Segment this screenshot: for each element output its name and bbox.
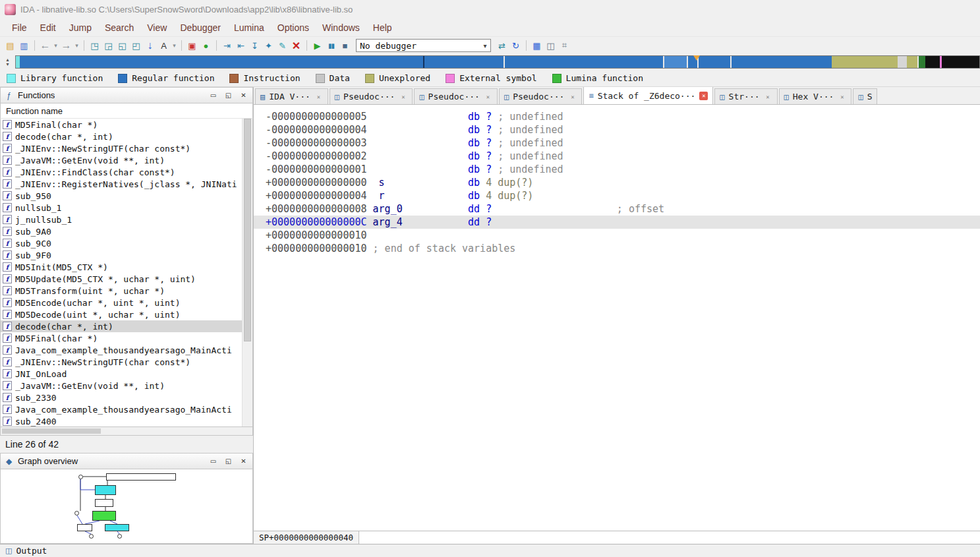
- function-list-item[interactable]: f MD5Update(MD5_CTX *, uchar *, uint): [1, 273, 242, 285]
- stack-line[interactable]: +0000000000000010 ; end of stack variabl…: [254, 242, 980, 255]
- tab[interactable]: ◫ Pseudoc··· ✕: [330, 88, 413, 104]
- stack-line[interactable]: -0000000000000002 db ? ; undefined: [254, 150, 980, 163]
- function-list-item[interactable]: f nullsub_1: [1, 202, 242, 214]
- toolbar-button[interactable]: ▤: [4, 39, 16, 52]
- toolbar-button[interactable]: A: [158, 39, 170, 52]
- toolbar-button[interactable]: ▾: [74, 39, 80, 52]
- toolbar-button[interactable]: ✕: [290, 39, 303, 52]
- navband-segment[interactable]: [20, 56, 423, 68]
- function-list-item[interactable]: f MD5Final(char *): [1, 332, 242, 344]
- toolbar-button[interactable]: ✦: [262, 39, 275, 52]
- function-list-item[interactable]: f sub_9F0: [1, 249, 242, 261]
- navband-scroll-arrows[interactable]: ▴ ▾: [0, 57, 15, 67]
- graph-overview-titlebar[interactable]: ◆ Graph overview ▭ ◱ ✕: [0, 453, 253, 469]
- toolbar-button[interactable]: ▮▮: [325, 39, 337, 52]
- menu-item[interactable]: Windows: [316, 20, 366, 36]
- navband-segment[interactable]: [919, 56, 925, 68]
- navigation-band[interactable]: [15, 55, 980, 69]
- function-list-item[interactable]: f _JavaVM::GetEnv(void **, int): [1, 154, 242, 166]
- function-list-item[interactable]: f j_nullsub_1: [1, 214, 242, 225]
- toolbar-button[interactable]: ▾: [171, 39, 177, 52]
- toolbar-button[interactable]: ↧: [248, 39, 261, 52]
- navband-segment[interactable]: [925, 56, 940, 68]
- stack-line[interactable]: +000000000000000C arg_4 dd ?: [254, 216, 980, 229]
- close-icon[interactable]: ✕: [484, 92, 492, 101]
- toolbar-button[interactable]: ▣: [186, 39, 198, 52]
- navband-segment[interactable]: [505, 56, 663, 68]
- function-list-item[interactable]: f MD5Init(MD5_CTX *): [1, 261, 242, 273]
- function-list-item[interactable]: f _JNIEnv::RegisterNatives(_jclass *, JN…: [1, 178, 242, 190]
- function-list-item[interactable]: f _JNIEnv::NewStringUTF(char const*): [1, 142, 242, 154]
- menu-item[interactable]: Edit: [34, 20, 63, 36]
- menu-item[interactable]: Options: [271, 20, 316, 36]
- function-list-item[interactable]: f sub_2400: [1, 415, 242, 426]
- float-window-icon[interactable]: ◱: [223, 456, 234, 466]
- toolbar-button[interactable]: ⇥: [221, 39, 233, 52]
- toolbar-button[interactable]: ←: [39, 39, 51, 52]
- close-icon[interactable]: ✕: [238, 456, 249, 466]
- toolbar-button[interactable]: ●: [200, 39, 212, 52]
- menu-item[interactable]: Search: [98, 20, 140, 36]
- menu-item[interactable]: Help: [366, 20, 399, 36]
- function-list-item[interactable]: f sub_2330: [1, 392, 242, 403]
- menu-item[interactable]: Jump: [63, 20, 98, 36]
- function-list-item[interactable]: f JNI_OnLoad: [1, 368, 242, 380]
- horizontal-scrollbar[interactable]: [0, 426, 253, 436]
- menu-item[interactable]: Lumina: [227, 20, 271, 36]
- toolbar-button[interactable]: ▥: [18, 39, 30, 52]
- close-icon[interactable]: ✕: [568, 92, 577, 101]
- toolbar-button[interactable]: ▾: [53, 39, 59, 52]
- tab[interactable]: ◫ Str··· ✕: [714, 88, 777, 104]
- toolbar-button[interactable]: ✎: [276, 39, 289, 52]
- toolbar-button[interactable]: ↓: [144, 39, 156, 52]
- function-list-item[interactable]: f sub_9C0: [1, 237, 242, 249]
- toolbar-button[interactable]: [216, 40, 217, 51]
- navband-segment[interactable]: [907, 56, 917, 68]
- restore-window-icon[interactable]: ▭: [208, 456, 219, 466]
- function-list-item[interactable]: f decode(char *, int): [1, 131, 242, 142]
- function-list-item[interactable]: f MD5Transform(uint *, uchar *): [1, 285, 242, 297]
- close-icon[interactable]: ✕: [238, 90, 249, 100]
- toolbar-button[interactable]: ▶: [311, 39, 324, 52]
- function-list-item[interactable]: f _JNIEnv::FindClass(char const*): [1, 166, 242, 178]
- toolbar-button[interactable]: ◰: [130, 39, 142, 52]
- stack-line[interactable]: -0000000000000003 db ? ; undefined: [254, 136, 980, 150]
- function-name-column-header[interactable]: Function name: [0, 103, 253, 119]
- menu-item[interactable]: Debugger: [173, 20, 227, 36]
- function-list-item[interactable]: f _JavaVM::GetEnv(void **, int): [1, 380, 242, 392]
- stack-line[interactable]: -0000000000000005 db ? ; undefined: [254, 110, 980, 123]
- function-list-item[interactable]: f sub_950: [1, 190, 242, 202]
- navband-segment[interactable]: [424, 56, 504, 68]
- navband-segment[interactable]: [898, 56, 907, 68]
- toolbar-button[interactable]: [306, 40, 307, 51]
- toolbar-button[interactable]: [34, 40, 35, 51]
- toolbar-button[interactable]: →: [60, 39, 72, 52]
- tab[interactable]: ◫ Pseudoc··· ✕: [414, 88, 498, 104]
- float-window-icon[interactable]: ◱: [223, 90, 234, 100]
- graph-overview-canvas[interactable]: [0, 469, 253, 544]
- function-list-item[interactable]: f MD5Final(char *): [1, 119, 242, 131]
- stack-line[interactable]: +0000000000000008 arg_0 dd ? ; offset: [254, 202, 980, 216]
- toolbar-button[interactable]: ◳: [88, 39, 101, 52]
- titlebar[interactable]: IDA - libnative-lib.so C:\Users\SuperSno…: [0, 0, 980, 18]
- toolbar-button[interactable]: ⌗: [558, 39, 571, 52]
- toolbar-button[interactable]: ■: [339, 39, 351, 52]
- toolbar-button[interactable]: [526, 40, 527, 51]
- close-icon[interactable]: ✕: [764, 92, 772, 101]
- tab[interactable]: ◫ Pseudoc··· ✕: [499, 88, 583, 104]
- tab[interactable]: ◫ Hex V··· ✕: [779, 88, 852, 104]
- close-icon[interactable]: ✕: [699, 92, 708, 100]
- debugger-combo[interactable]: No debugger ▾: [356, 39, 491, 52]
- vertical-scrollbar[interactable]: [242, 119, 252, 426]
- toolbar-button[interactable]: [84, 40, 84, 51]
- navband-segment[interactable]: [699, 56, 730, 68]
- close-icon[interactable]: ✕: [314, 92, 323, 101]
- navband-segment[interactable]: [832, 56, 898, 68]
- function-list-item[interactable]: f decode(char *, int): [1, 320, 242, 332]
- function-list-item[interactable]: f MD5Decode(uint *, uchar *, uint): [1, 308, 242, 320]
- toolbar-button[interactable]: ◱: [116, 39, 129, 52]
- horizontal-scrollbar-thumb[interactable]: [2, 428, 101, 434]
- restore-window-icon[interactable]: ▭: [208, 90, 219, 100]
- stack-line[interactable]: -0000000000000004 db ? ; undefined: [254, 123, 980, 136]
- vertical-scrollbar-thumb[interactable]: [244, 119, 251, 341]
